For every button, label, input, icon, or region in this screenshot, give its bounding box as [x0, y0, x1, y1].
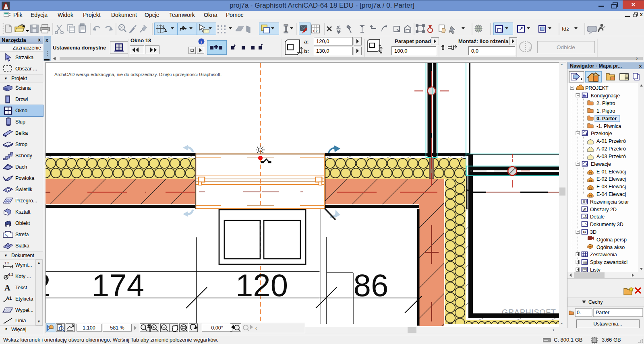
svg-text:Rozwinięcia ściar: Rozwinięcia ściar: [590, 199, 629, 205]
svg-text:0. Parter: 0. Parter: [596, 116, 617, 122]
svg-text:Dokumenty 3D: Dokumenty 3D: [590, 222, 623, 227]
svg-text:120: 120: [236, 268, 288, 303]
svg-text:130,0: 130,0: [316, 48, 329, 54]
svg-text:i: i: [201, 39, 202, 44]
svg-text:Parapet ponad: Parapet ponad: [395, 38, 431, 44]
svg-text:Ogólna akso: Ogólna akso: [596, 245, 625, 250]
svg-text:‹: ‹: [255, 325, 257, 331]
svg-text:E-02 Elewacj: E-02 Elewacj: [596, 176, 626, 182]
svg-text:5₂: 5₂: [5, 233, 8, 237]
svg-text:A1: A1: [6, 296, 12, 301]
svg-text:a:: a:: [304, 39, 309, 45]
svg-text:A-03 Przekró: A-03 Przekró: [596, 154, 626, 159]
svg-text:Idź: Idź: [562, 26, 569, 32]
svg-text:1:100: 1:100: [83, 325, 95, 331]
svg-text:86: 86: [354, 268, 389, 303]
svg-text:A-02 Przekró: A-02 Przekró: [596, 146, 626, 152]
svg-text:x: x: [639, 64, 642, 68]
svg-text:E-01 Elewacj: E-01 Elewacj: [596, 169, 626, 175]
svg-text:Parter: Parter: [596, 310, 609, 315]
svg-text:Obszary 2D: Obszary 2D: [590, 207, 617, 212]
svg-text:-1. Piwnica: -1. Piwnica: [596, 124, 621, 129]
svg-text:120,0: 120,0: [316, 38, 329, 44]
svg-text:0,00°: 0,00°: [211, 325, 223, 331]
svg-text:A-01 Przekró: A-01 Przekró: [596, 138, 626, 144]
svg-text:Ustawienia...: Ustawienia...: [593, 321, 622, 327]
svg-text:1.2: 1.2: [8, 272, 13, 276]
svg-text:Detale: Detale: [590, 214, 605, 220]
svg-text:Listy: Listy: [590, 267, 601, 273]
svg-text:Nawigator - Mapa pr...: Nawigator - Mapa pr...: [570, 63, 622, 69]
svg-text:1 2: 1 2: [313, 29, 318, 33]
svg-text:0,0: 0,0: [471, 48, 478, 54]
svg-text:3D: 3D: [590, 229, 596, 235]
svg-text:E-03 Elewacj: E-03 Elewacj: [596, 184, 626, 190]
svg-text:174: 174: [92, 268, 144, 303]
svg-text:Ustawienia domyślne: Ustawienia domyślne: [53, 45, 106, 51]
svg-text:1. Piętro: 1. Piętro: [596, 108, 615, 114]
svg-text:Elewacje: Elewacje: [591, 161, 611, 167]
svg-text:Zestawienia: Zestawienia: [590, 252, 617, 257]
svg-text:ArchiCAD wersja edukacyjna, ni: ArchiCAD wersja edukacyjna, nie do odspr…: [54, 72, 222, 77]
svg-text:2: 2: [584, 208, 586, 211]
svg-text:2. Piętro: 2. Piętro: [596, 101, 615, 106]
svg-text:G: G: [583, 230, 586, 234]
svg-text:581 %: 581 %: [110, 325, 124, 331]
svg-text:E-04 Elewacj: E-04 Elewacj: [596, 192, 626, 197]
svg-text:Przekroje: Przekroje: [591, 131, 612, 136]
svg-text:x: x: [46, 37, 48, 43]
svg-text:PROJEKT: PROJEKT: [585, 85, 609, 91]
svg-text:0.: 0.: [577, 310, 581, 315]
svg-text:b:: b:: [304, 48, 309, 54]
svg-text:Odbicie: Odbicie: [557, 44, 575, 50]
svg-text:Ogólna persp: Ogólna persp: [596, 237, 627, 243]
svg-text:100,0: 100,0: [394, 48, 408, 54]
svg-text:Kondygnacje: Kondygnacje: [591, 93, 620, 99]
svg-text:Cechy: Cechy: [588, 299, 603, 305]
svg-text:›: ›: [636, 55, 638, 62]
svg-text:A: A: [4, 283, 10, 292]
svg-text:Montaż: lico rdzenia: Montaż: lico rdzenia: [458, 38, 509, 44]
svg-text:Okno 18: Okno 18: [130, 37, 151, 43]
svg-text:Spisy zawartości: Spisy zawartości: [590, 260, 627, 265]
svg-text:2: 2: [46, 268, 51, 303]
svg-text:1.2: 1.2: [4, 261, 9, 265]
